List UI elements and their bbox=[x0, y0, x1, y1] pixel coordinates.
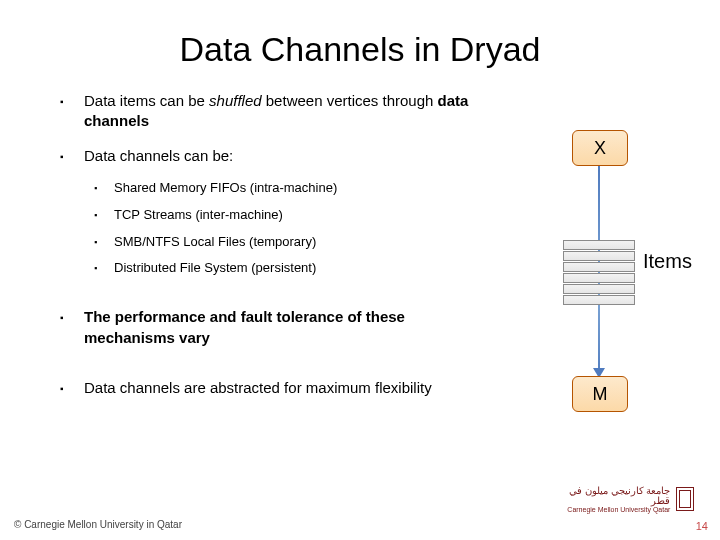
items-label: Items bbox=[643, 250, 692, 273]
bullet-2: ▪ Data channels can be: bbox=[60, 146, 480, 166]
vertex-m: M bbox=[572, 376, 628, 412]
channel-diagram: X Items M bbox=[537, 130, 692, 410]
bullet-glyph: ▪ bbox=[94, 207, 102, 224]
bullet-glyph: ▪ bbox=[60, 307, 70, 348]
items-stack-icon bbox=[563, 240, 635, 306]
bullet-glyph: ▪ bbox=[94, 180, 102, 197]
sub-bullet-3-text: SMB/NTFS Local Files (temporary) bbox=[114, 234, 316, 251]
text-fragment-em: shuffled bbox=[209, 92, 262, 109]
bullet-1-text: Data items can be shuffled between verti… bbox=[84, 91, 480, 132]
sub-bullet-1-text: Shared Memory FIFOs (intra-machine) bbox=[114, 180, 337, 197]
bullet-glyph: ▪ bbox=[60, 91, 70, 132]
sub-bullet-4-text: Distributed File System (persistent) bbox=[114, 260, 316, 277]
bullet-2-text: Data channels can be: bbox=[84, 146, 233, 166]
bullet-4: ▪ Data channels are abstracted for maxim… bbox=[60, 378, 480, 398]
bullet-3-text: The performance and fault tolerance of t… bbox=[84, 307, 480, 348]
bullet-glyph: ▪ bbox=[94, 234, 102, 251]
page-number: 14 bbox=[696, 520, 708, 532]
sub-bullet-2-text: TCP Streams (inter-machine) bbox=[114, 207, 283, 224]
logo-arabic-text: جامعة كارنيجي ميلون في قطر bbox=[564, 486, 670, 506]
text-fragment: between vertices through bbox=[262, 92, 438, 109]
bullet-3: ▪ The performance and fault tolerance of… bbox=[60, 307, 480, 348]
bullet-glyph: ▪ bbox=[94, 260, 102, 277]
bullet-glyph: ▪ bbox=[60, 146, 70, 166]
bullet-glyph: ▪ bbox=[60, 378, 70, 398]
slide: Data Channels in Dryad ▪ Data items can … bbox=[0, 0, 720, 540]
cmu-qatar-logo: جامعة كارنيجي ميلون في قطر Carnegie Mell… bbox=[564, 486, 694, 512]
vertex-x: X bbox=[572, 130, 628, 166]
footer-copyright: © Carnegie Mellon University in Qatar bbox=[14, 519, 182, 530]
bullet-4-text: Data channels are abstracted for maximum… bbox=[84, 378, 432, 398]
logo-mark-icon bbox=[676, 487, 694, 511]
bullet-1: ▪ Data items can be shuffled between ver… bbox=[60, 91, 480, 132]
text-fragment: Data items can be bbox=[84, 92, 209, 109]
logo-english-text: Carnegie Mellon University Qatar bbox=[564, 506, 670, 513]
slide-title: Data Channels in Dryad bbox=[0, 0, 720, 91]
